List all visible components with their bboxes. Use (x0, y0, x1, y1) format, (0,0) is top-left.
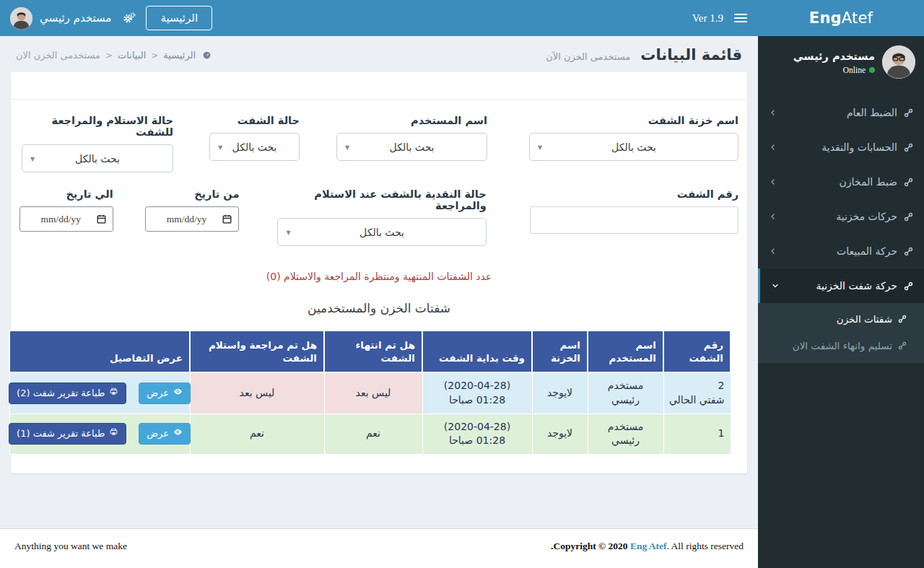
print-button-label: طباعة تقرير شفت (1) (17, 427, 105, 440)
submenu-item-label: تسليم وانهاء الشفت الان (793, 340, 892, 351)
review-status-select[interactable]: بحث بالكل ▼ (22, 144, 173, 172)
sidebar-item-sales-moves[interactable]: حركة المبيعات (758, 234, 924, 268)
footer: .Copyright © 2020 Eng Atef. All rights r… (0, 528, 758, 568)
cell-start-time: (2020-04-28) 01:28 صباحا (422, 372, 532, 414)
cell-details: عرض طباعة تقرير شفت (1) (9, 414, 190, 454)
filter-review-status: حالة الاستلام والمراجعة للشفت بحث بالكل … (22, 115, 173, 172)
link-icon (904, 281, 913, 291)
page-subtitle: مستخدمى الخزن الآن (546, 51, 630, 62)
filter-date-to: الي تاريخ mm/dd/yy (19, 188, 113, 232)
cell-user-name: مستخدم رئيسي (588, 414, 663, 454)
card-body: اسم خزنة الشفت بحث بالكل ▼ اسم المستخدم … (11, 100, 747, 473)
chevron-left-icon (769, 108, 777, 117)
link-icon (904, 178, 913, 187)
cell-treasury-name: لايوجد (532, 372, 588, 414)
chevron-left-icon (769, 178, 777, 186)
card-header (11, 72, 747, 100)
calendar-icon[interactable] (96, 214, 107, 224)
dashboard-icon (202, 51, 212, 60)
hamburger-icon[interactable] (723, 0, 758, 36)
table-title: شفتات الخزن والمستخدمين (19, 301, 738, 315)
shift-status-select[interactable]: بحث بالكل ▼ (209, 133, 300, 161)
cell-user-name: مستخدم رئيسي (588, 372, 663, 414)
chevron-left-icon (769, 212, 777, 221)
caret-down-icon: ▼ (538, 144, 542, 150)
cell-is-reviewed: ليس بعد (190, 372, 324, 414)
view-button-label: عرض (147, 427, 169, 440)
sidebar-item-label: الحسابات والنقدية (821, 141, 897, 153)
sidebar-menu: الضبط العام الحسابات والنقدية ضبط المخاز… (758, 95, 924, 363)
view-button[interactable]: عرض (139, 383, 191, 404)
top-navbar: Ver 1.9 الرئيسية مستخدم رئيسي (0, 0, 758, 36)
breadcrumb-current: مستخدمى الخزن الان (16, 50, 100, 61)
sidebar-user-panel: مستخدم رئيسي Online (758, 36, 924, 89)
copyright-author-link[interactable]: Eng Atef (630, 541, 667, 551)
col-is-ended: هل تم انتهاء الشفت (324, 331, 422, 372)
sidebar-item-warehouse-settings[interactable]: ضبط المخازن (758, 165, 924, 199)
sidebar-item-accounts-cash[interactable]: الحسابات والنقدية (758, 130, 924, 165)
select-value: بحث بالكل (390, 141, 435, 153)
shifts-table-wrap: رقم الشفت اسم المستخدم اسم الخزنة وقت بد… (27, 330, 731, 455)
sidebar-item-general-settings[interactable]: الضبط العام (758, 95, 924, 130)
table-header-row: رقم الشفت اسم المستخدم اسم الخزنة وقت بد… (9, 331, 731, 372)
shift-number-input[interactable] (530, 206, 738, 234)
col-start-time: وقت بداية الشفت (422, 331, 532, 372)
home-button[interactable]: الرئيسية (146, 6, 212, 30)
sidebar-item-inventory-moves[interactable]: حركات مخزنية (758, 199, 924, 234)
select-value: بحث بالكل (232, 141, 277, 153)
cell-is-ended: ليس بعد (324, 372, 422, 414)
print-shift-report-button[interactable]: طباعة تقرير شفت (1) (9, 423, 126, 445)
submenu-item-deliver-end-shift[interactable]: تسليم وانهاء الشفت الان (758, 332, 924, 359)
date-placeholder: mm/dd/yy (152, 214, 222, 225)
submenu-item-treasury-shifts[interactable]: شفتات الخزن (758, 305, 924, 332)
link-icon (904, 108, 913, 118)
cogs-icon[interactable] (123, 12, 136, 25)
print-button-label: طباعة تقرير شفت (2) (17, 387, 105, 400)
cash-status-select[interactable]: بحث بالكل ▼ (277, 218, 486, 246)
chevron-left-icon (769, 247, 777, 255)
navbar-user[interactable]: مستخدم رئيسي (10, 7, 111, 30)
print-shift-report-button[interactable]: طباعة تقرير شفت (2) (9, 383, 126, 404)
page-title: قائمة البيانات (640, 46, 742, 64)
sidebar-item-label: الضبط العام (847, 107, 897, 118)
brand-logo[interactable]: EngAtef (758, 0, 924, 36)
user-status[interactable]: Online (793, 66, 875, 74)
sidebar-item-label: حركة شفت الخزنية (816, 280, 897, 292)
user-select[interactable]: بحث بالكل ▼ (336, 133, 487, 161)
col-user-name: اسم المستخدم (588, 331, 663, 372)
link-icon (898, 341, 907, 350)
link-icon (898, 315, 907, 323)
sidebar-item-treasury-shift-moves[interactable]: حركة شفت الخزنية (758, 268, 924, 303)
version-label: Ver 1.9 (692, 12, 723, 25)
sidebar: EngAtef مستخدم رئيسي Online (758, 0, 924, 568)
navbar-user-name: مستخدم رئيسي (40, 12, 111, 25)
treasury-select[interactable]: بحث بالكل ▼ (529, 133, 738, 161)
cell-start-time: (2020-04-28) 01:28 صباحا (422, 414, 532, 454)
filter-label: حالة الشفت (209, 115, 300, 126)
breadcrumb-home[interactable]: الرئيسية (163, 50, 196, 61)
brand-light: Atef (842, 9, 873, 27)
date-to-input[interactable]: mm/dd/yy (19, 206, 113, 232)
sidebar-item-label: حركة المبيعات (837, 245, 897, 257)
view-button[interactable]: عرض (139, 423, 191, 445)
sidebar-item-label: حركات مخزنية (836, 211, 897, 222)
breadcrumb-data[interactable]: البيانات (118, 50, 146, 61)
sidebar-user-name: مستخدم رئيسي (793, 51, 875, 62)
cell-is-reviewed: نعم (190, 414, 324, 454)
link-icon (904, 143, 913, 152)
shifts-table: رقم الشفت اسم المستخدم اسم الخزنة وقت بد… (9, 330, 731, 455)
caret-down-icon: ▼ (345, 144, 349, 150)
content-header: قائمة البيانات مستخدمى الخزن الآن الرئيس… (0, 36, 758, 68)
filter-label: حالة النقدية بالشفت عند الاستلام والمراج… (277, 188, 486, 211)
chevron-down-icon (771, 281, 780, 290)
filter-row-1: اسم خزنة الشفت بحث بالكل ▼ اسم المستخدم … (19, 115, 738, 172)
date-from-input[interactable]: mm/dd/yy (145, 206, 240, 232)
content-area: قائمة البيانات مستخدمى الخزن الآن الرئيس… (0, 36, 758, 528)
calendar-icon[interactable] (222, 214, 232, 224)
sidebar-item-label: ضبط المخازن (840, 176, 897, 188)
copyright-suffix: . All rights reserved (667, 541, 744, 551)
cell-shift-number: 1 (663, 414, 731, 454)
col-details: عرض التفاصيل (9, 331, 190, 372)
breadcrumb-separator: < (151, 51, 158, 61)
filter-label: من تاريخ (145, 188, 240, 200)
